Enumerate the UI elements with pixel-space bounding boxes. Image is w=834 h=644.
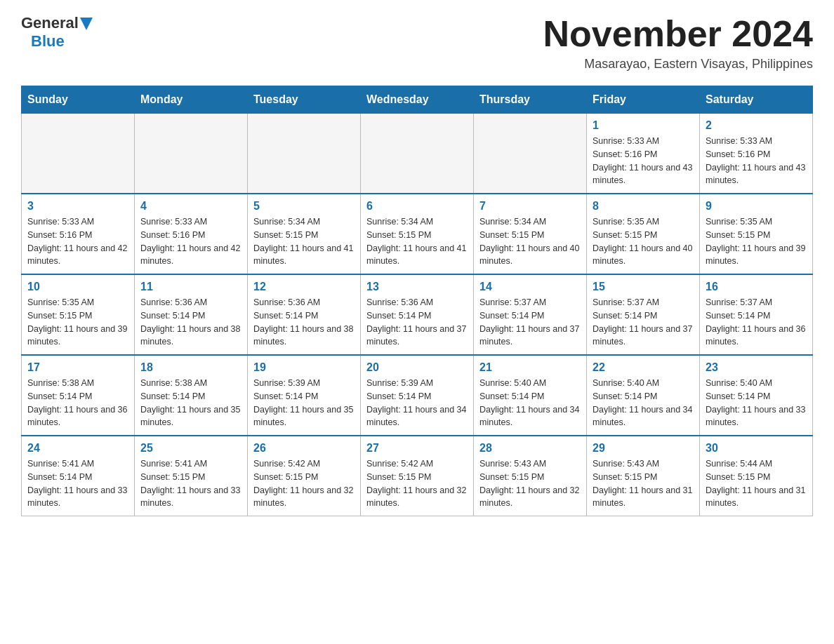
day-info: Sunrise: 5:35 AMSunset: 5:15 PMDaylight:… — [706, 215, 807, 268]
table-row: 11Sunrise: 5:36 AMSunset: 5:14 PMDayligh… — [135, 274, 248, 355]
table-row: 8Sunrise: 5:35 AMSunset: 5:15 PMDaylight… — [587, 194, 700, 274]
day-info: Sunrise: 5:37 AMSunset: 5:14 PMDaylight:… — [593, 296, 694, 349]
day-info: Sunrise: 5:33 AMSunset: 5:16 PMDaylight:… — [593, 135, 694, 187]
day-info: Sunrise: 5:34 AMSunset: 5:15 PMDaylight:… — [366, 215, 468, 268]
day-number: 8 — [593, 200, 694, 213]
day-number: 19 — [253, 361, 355, 374]
day-info: Sunrise: 5:37 AMSunset: 5:14 PMDaylight:… — [479, 296, 581, 349]
day-info: Sunrise: 5:34 AMSunset: 5:15 PMDaylight:… — [479, 215, 581, 268]
day-info: Sunrise: 5:42 AMSunset: 5:15 PMDaylight:… — [366, 457, 468, 510]
day-info: Sunrise: 5:40 AMSunset: 5:14 PMDaylight:… — [479, 377, 581, 429]
day-number: 2 — [706, 119, 807, 132]
day-info: Sunrise: 5:40 AMSunset: 5:14 PMDaylight:… — [593, 377, 694, 429]
table-row: 2Sunrise: 5:33 AMSunset: 5:16 PMDaylight… — [700, 114, 813, 194]
table-row: 30Sunrise: 5:44 AMSunset: 5:15 PMDayligh… — [700, 436, 813, 516]
day-info: Sunrise: 5:33 AMSunset: 5:16 PMDaylight:… — [140, 215, 241, 268]
page-header: General Blue November 2024 Masarayao, Ea… — [21, 14, 813, 72]
logo-triangle-icon — [80, 18, 93, 30]
table-row: 21Sunrise: 5:40 AMSunset: 5:14 PMDayligh… — [474, 355, 587, 436]
table-row: 19Sunrise: 5:39 AMSunset: 5:14 PMDayligh… — [248, 355, 361, 436]
day-info: Sunrise: 5:41 AMSunset: 5:14 PMDaylight:… — [27, 457, 128, 510]
col-friday: Friday — [587, 86, 700, 114]
day-number: 15 — [593, 281, 694, 293]
table-row — [474, 114, 587, 194]
logo: General Blue — [21, 14, 93, 51]
calendar-week-row: 3Sunrise: 5:33 AMSunset: 5:16 PMDaylight… — [22, 194, 813, 274]
table-row — [361, 114, 474, 194]
month-title: November 2024 — [543, 14, 813, 54]
location-subtitle: Masarayao, Eastern Visayas, Philippines — [543, 57, 813, 72]
day-number: 30 — [706, 442, 807, 455]
day-number: 4 — [140, 200, 241, 213]
day-number: 1 — [593, 119, 694, 132]
day-info: Sunrise: 5:36 AMSunset: 5:14 PMDaylight:… — [253, 296, 355, 349]
calendar-week-row: 24Sunrise: 5:41 AMSunset: 5:14 PMDayligh… — [22, 436, 813, 516]
day-number: 12 — [253, 281, 355, 293]
table-row: 12Sunrise: 5:36 AMSunset: 5:14 PMDayligh… — [248, 274, 361, 355]
day-info: Sunrise: 5:44 AMSunset: 5:15 PMDaylight:… — [706, 457, 807, 510]
table-row: 18Sunrise: 5:38 AMSunset: 5:14 PMDayligh… — [135, 355, 248, 436]
table-row: 13Sunrise: 5:36 AMSunset: 5:14 PMDayligh… — [361, 274, 474, 355]
table-row: 25Sunrise: 5:41 AMSunset: 5:15 PMDayligh… — [135, 436, 248, 516]
day-number: 20 — [366, 361, 468, 374]
day-number: 6 — [366, 200, 468, 213]
col-saturday: Saturday — [700, 86, 813, 114]
day-number: 27 — [366, 442, 468, 455]
day-number: 21 — [479, 361, 581, 374]
title-section: November 2024 Masarayao, Eastern Visayas… — [543, 14, 813, 72]
day-number: 18 — [140, 361, 241, 374]
day-info: Sunrise: 5:39 AMSunset: 5:14 PMDaylight:… — [253, 377, 355, 429]
day-number: 5 — [253, 200, 355, 213]
day-number: 26 — [253, 442, 355, 455]
col-thursday: Thursday — [474, 86, 587, 114]
day-number: 29 — [593, 442, 694, 455]
day-number: 14 — [479, 281, 581, 293]
day-number: 23 — [706, 361, 807, 374]
day-info: Sunrise: 5:43 AMSunset: 5:15 PMDaylight:… — [593, 457, 694, 510]
day-info: Sunrise: 5:35 AMSunset: 5:15 PMDaylight:… — [593, 215, 694, 268]
day-number: 17 — [27, 361, 128, 374]
table-row: 29Sunrise: 5:43 AMSunset: 5:15 PMDayligh… — [587, 436, 700, 516]
table-row: 22Sunrise: 5:40 AMSunset: 5:14 PMDayligh… — [587, 355, 700, 436]
calendar-week-row: 17Sunrise: 5:38 AMSunset: 5:14 PMDayligh… — [22, 355, 813, 436]
day-number: 9 — [706, 200, 807, 213]
calendar-week-row: 1Sunrise: 5:33 AMSunset: 5:16 PMDaylight… — [22, 114, 813, 194]
table-row: 16Sunrise: 5:37 AMSunset: 5:14 PMDayligh… — [700, 274, 813, 355]
table-row: 24Sunrise: 5:41 AMSunset: 5:14 PMDayligh… — [22, 436, 135, 516]
day-info: Sunrise: 5:34 AMSunset: 5:15 PMDaylight:… — [253, 215, 355, 268]
table-row: 15Sunrise: 5:37 AMSunset: 5:14 PMDayligh… — [587, 274, 700, 355]
table-row: 4Sunrise: 5:33 AMSunset: 5:16 PMDaylight… — [135, 194, 248, 274]
day-info: Sunrise: 5:39 AMSunset: 5:14 PMDaylight:… — [366, 377, 468, 429]
svg-marker-0 — [80, 18, 93, 30]
table-row: 23Sunrise: 5:40 AMSunset: 5:14 PMDayligh… — [700, 355, 813, 436]
table-row: 14Sunrise: 5:37 AMSunset: 5:14 PMDayligh… — [474, 274, 587, 355]
table-row — [248, 114, 361, 194]
day-info: Sunrise: 5:38 AMSunset: 5:14 PMDaylight:… — [140, 377, 241, 429]
col-monday: Monday — [135, 86, 248, 114]
day-number: 13 — [366, 281, 468, 293]
day-info: Sunrise: 5:37 AMSunset: 5:14 PMDaylight:… — [706, 296, 807, 349]
table-row: 26Sunrise: 5:42 AMSunset: 5:15 PMDayligh… — [248, 436, 361, 516]
table-row: 6Sunrise: 5:34 AMSunset: 5:15 PMDaylight… — [361, 194, 474, 274]
day-info: Sunrise: 5:35 AMSunset: 5:15 PMDaylight:… — [27, 296, 128, 349]
col-sunday: Sunday — [22, 86, 135, 114]
table-row — [22, 114, 135, 194]
calendar-week-row: 10Sunrise: 5:35 AMSunset: 5:15 PMDayligh… — [22, 274, 813, 355]
calendar-table: Sunday Monday Tuesday Wednesday Thursday… — [21, 86, 813, 516]
table-row: 7Sunrise: 5:34 AMSunset: 5:15 PMDaylight… — [474, 194, 587, 274]
day-info: Sunrise: 5:36 AMSunset: 5:14 PMDaylight:… — [366, 296, 468, 349]
logo-blue-text: Blue — [31, 32, 65, 51]
day-info: Sunrise: 5:38 AMSunset: 5:14 PMDaylight:… — [27, 377, 128, 429]
day-number: 25 — [140, 442, 241, 455]
table-row: 1Sunrise: 5:33 AMSunset: 5:16 PMDaylight… — [587, 114, 700, 194]
day-number: 7 — [479, 200, 581, 213]
table-row — [135, 114, 248, 194]
table-row: 10Sunrise: 5:35 AMSunset: 5:15 PMDayligh… — [22, 274, 135, 355]
day-info: Sunrise: 5:40 AMSunset: 5:14 PMDaylight:… — [706, 377, 807, 429]
table-row: 3Sunrise: 5:33 AMSunset: 5:16 PMDaylight… — [22, 194, 135, 274]
day-info: Sunrise: 5:36 AMSunset: 5:14 PMDaylight:… — [140, 296, 241, 349]
day-info: Sunrise: 5:33 AMSunset: 5:16 PMDaylight:… — [27, 215, 128, 268]
table-row: 20Sunrise: 5:39 AMSunset: 5:14 PMDayligh… — [361, 355, 474, 436]
calendar-header-row: Sunday Monday Tuesday Wednesday Thursday… — [22, 86, 813, 114]
day-info: Sunrise: 5:33 AMSunset: 5:16 PMDaylight:… — [706, 135, 807, 187]
